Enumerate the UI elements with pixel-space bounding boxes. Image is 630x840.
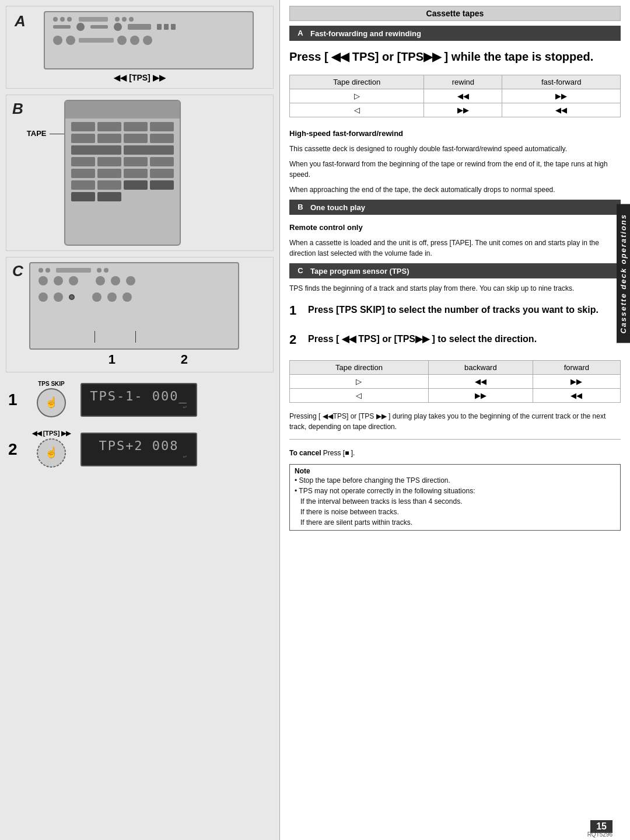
direction-table-2: Tape direction backward forward ▷ ◀◀ ▶▶ … bbox=[289, 360, 621, 403]
main-heading: Press [ ◀◀ TPS] or [TPS▶▶ ] while the ta… bbox=[289, 49, 621, 64]
subC-label: C bbox=[295, 266, 306, 276]
table2-row2-dir: ◁ bbox=[290, 389, 429, 403]
section-b-label: B bbox=[12, 100, 23, 118]
table1-col2: rewind bbox=[424, 75, 502, 89]
section-title: Cassette tapes bbox=[289, 6, 621, 21]
table2-row1-dir: ▷ bbox=[290, 375, 429, 389]
table1-col3: fast-forward bbox=[502, 75, 621, 89]
tps-direction-icon: ☝ bbox=[36, 437, 68, 469]
table1-row1-dir: ▷ bbox=[290, 89, 424, 103]
to-cancel: To cancel Press [■ ]. bbox=[289, 449, 621, 457]
note-box: Note • Stop the tape before changing the… bbox=[289, 464, 621, 531]
cassette-tab: Cassette deck operations bbox=[617, 204, 630, 343]
step2-button-label: ◀◀ [TPS] ▶▶ bbox=[32, 430, 71, 437]
numbered-step-2: 2 Press [ ◀◀ TPS] or [TPS▶▶ ] to select … bbox=[289, 332, 621, 347]
remote-only-text: When a cassette is loaded and the unit i… bbox=[289, 238, 621, 259]
step1-number: 1 bbox=[8, 391, 22, 409]
subC-bar: C Tape program sensor (TPS) bbox=[289, 263, 621, 278]
subA-label: A bbox=[295, 28, 306, 39]
note-item4: If there is noise between tracks. bbox=[295, 507, 615, 517]
svg-text:☝: ☝ bbox=[45, 396, 58, 409]
subC-title: Tape program sensor (TPS) bbox=[310, 267, 410, 276]
step1-heading: Press [TPS SKIP] to select the number of… bbox=[308, 303, 598, 316]
subA-title: Fast-forwarding and rewinding bbox=[310, 29, 421, 38]
step1-button-label: TPS SKIP bbox=[38, 381, 65, 387]
svg-text:☝: ☝ bbox=[45, 446, 58, 459]
step2-section: 2 ◀◀ [TPS] ▶▶ ☝ TPS+2 008 ↩ bbox=[6, 427, 274, 472]
table2-row2-fwd: ◀◀ bbox=[533, 389, 620, 403]
subB-bar: B One touch play bbox=[289, 200, 621, 215]
table2-row1-fwd: ▶▶ bbox=[533, 375, 620, 389]
table1-row2-rewind: ▶▶ bbox=[424, 103, 502, 117]
section-a: A bbox=[6, 6, 274, 89]
divider bbox=[289, 439, 621, 440]
step2-number: 2 bbox=[8, 440, 22, 459]
high-speed-text1: This cassette deck is designed to roughl… bbox=[289, 144, 621, 154]
table2-col2: backward bbox=[428, 361, 533, 375]
table1-row1-ff: ▶▶ bbox=[502, 89, 621, 103]
high-speed-text3: When approaching the end of the tape, th… bbox=[289, 184, 621, 195]
section-c-label: C bbox=[12, 262, 23, 280]
high-speed-text2: When you fast-forward from the beginning… bbox=[289, 159, 621, 180]
note-title: Note bbox=[295, 467, 615, 475]
display-screen-2: TPS+2 008 ↩ bbox=[80, 433, 197, 466]
pointer-label-2: 2 bbox=[181, 352, 188, 367]
table1-row2-ff: ◀◀ bbox=[502, 103, 621, 117]
right-panel: Cassette tapes A Fast-forwarding and rew… bbox=[280, 0, 630, 840]
table2-col3: forward bbox=[533, 361, 620, 375]
subA-bar: A Fast-forwarding and rewinding bbox=[289, 26, 621, 41]
pressing-note: Pressing [ ◀◀TPS] or [TPS ▶▶ ] during pl… bbox=[289, 411, 621, 432]
table1-row2-dir: ◁ bbox=[290, 103, 424, 117]
table2-row2-back: ▶▶ bbox=[428, 389, 533, 403]
table1-col1: Tape direction bbox=[290, 75, 424, 89]
remote-only-title: Remote control only bbox=[289, 223, 621, 232]
note-item3: If the interval between tracks is less t… bbox=[295, 496, 615, 507]
pointer-label-1: 1 bbox=[108, 352, 116, 367]
note-item2: • TPS may not operate correctly in the f… bbox=[295, 486, 615, 496]
to-cancel-title: To cancel bbox=[289, 449, 321, 457]
to-cancel-text: Press [■ ]. bbox=[323, 449, 355, 457]
tps-label-a: ◀◀ [TPS] ▶▶ bbox=[114, 73, 165, 82]
rqt-code: RQT5296 bbox=[587, 831, 612, 838]
tape-label: TAPE bbox=[27, 129, 47, 138]
section-b: B TAPE bbox=[6, 95, 274, 251]
display-screen-1: TPS-1- 000_ ↩ bbox=[80, 383, 197, 417]
note-item1: • Stop the tape before changing the TPS … bbox=[295, 475, 615, 486]
section-c: C bbox=[6, 257, 274, 372]
numbered-step-1: 1 Press [TPS SKIP] to select the number … bbox=[289, 303, 621, 318]
subB-title: One touch play bbox=[310, 203, 365, 212]
subB-label: B bbox=[295, 202, 306, 212]
step1-section: 1 TPS SKIP ☝ TPS-1- 000_ ↩ bbox=[6, 378, 274, 421]
table1-row1-rewind: ◀◀ bbox=[424, 89, 502, 103]
tps-skip-icon: ☝ bbox=[36, 387, 68, 419]
direction-table-1: Tape direction rewind fast-forward ▷ ◀◀ … bbox=[289, 75, 621, 117]
section-a-label: A bbox=[15, 12, 26, 30]
table2-row1-back: ◀◀ bbox=[428, 375, 533, 389]
tps-text: TPS finds the beginning of a track and s… bbox=[289, 283, 621, 294]
step2-heading: Press [ ◀◀ TPS] or [TPS▶▶ ] to select th… bbox=[308, 332, 537, 346]
left-panel: A bbox=[0, 0, 280, 840]
table2-col1: Tape direction bbox=[290, 361, 429, 375]
note-item5: If there are silent parts within tracks. bbox=[295, 517, 615, 528]
high-speed-title: High-speed fast-forward/rewind bbox=[289, 129, 621, 138]
